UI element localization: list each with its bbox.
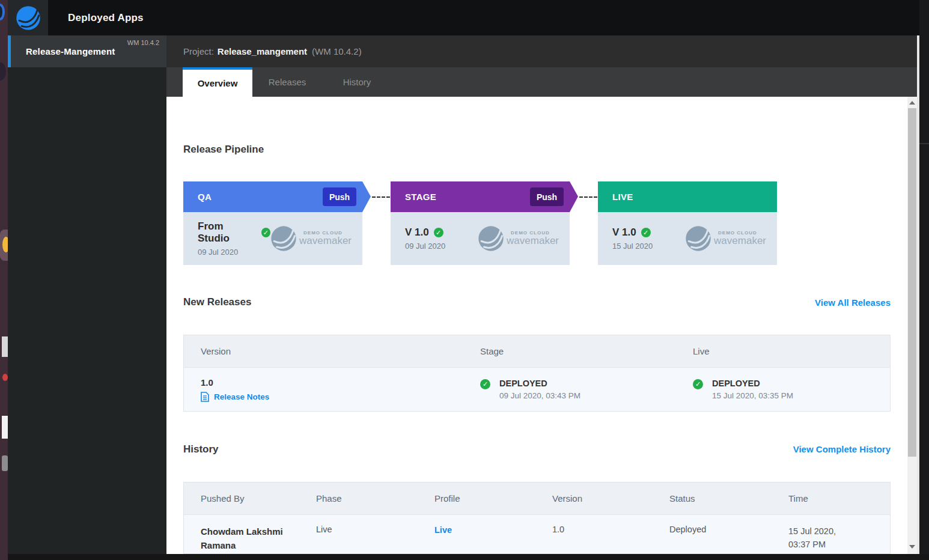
- dock-icon-partial: [2, 336, 8, 357]
- history-profile-link[interactable]: Live: [434, 525, 452, 535]
- stage-name: LIVE: [612, 192, 633, 202]
- pipeline-connector: [372, 196, 390, 198]
- column-header-time: Time: [772, 493, 874, 504]
- live-status: DEPLOYED: [712, 379, 793, 388]
- stage-name: STAGE: [405, 192, 436, 202]
- tab-history[interactable]: History: [322, 67, 392, 97]
- wavemaker-logo-icon: [270, 225, 297, 252]
- push-button-qa[interactable]: Push: [323, 187, 356, 206]
- qa-card-body: From Studio ✓ 09 Jul 2020 DEMO CLOUD: [183, 212, 362, 265]
- screen: Deployed Apps Release-Mangement WM 10.4.…: [0, 0, 929, 560]
- pipeline-connector: [579, 196, 597, 198]
- stage-card-header: STAGE Push: [391, 181, 570, 212]
- project-label: Project:: [183, 46, 214, 56]
- release-pipeline: QA Push From Studio ✓ 09 Jul 2020: [166, 181, 907, 265]
- table-row: 1.0 Release Notes ✓: [184, 367, 890, 411]
- live-deploy-time: 15 Jul 2020, 03:35 PM: [712, 391, 793, 400]
- history-version: 1.0: [535, 525, 653, 534]
- pipeline-arrow-icon: [362, 181, 371, 212]
- pipeline-arrow-icon: [570, 181, 578, 212]
- stage-status: DEPLOYED: [499, 379, 580, 388]
- sidebar-item-project[interactable]: Release-Mangement WM 10.4.2: [8, 35, 166, 67]
- wavemaker-logo-icon: [16, 5, 41, 31]
- new-releases-table: Version Stage Live 1.0 Release Notes: [183, 335, 891, 412]
- tab-overview[interactable]: Overview: [183, 67, 252, 97]
- demo-cloud-brand: DEMO CLOUD wavemaker: [685, 225, 766, 252]
- sidebar-project-version: WM 10.4.2: [127, 39, 159, 46]
- wavemaker-logo[interactable]: [8, 0, 48, 35]
- main-content: Release Pipeline QA Push From Studio ✓ 0…: [166, 97, 907, 554]
- view-complete-history-link[interactable]: View Complete History: [793, 444, 891, 454]
- right-dark-strip: [919, 0, 929, 560]
- column-header-status: Status: [653, 493, 772, 504]
- pipeline-card-live: LIVE V 1.0 ✓ 15 Jul 2020: [598, 181, 777, 265]
- dock-icon-partial: [2, 455, 8, 471]
- page-title: Deployed Apps: [68, 0, 144, 35]
- column-header-version: Version: [535, 493, 653, 504]
- column-header-phase: Phase: [299, 493, 418, 504]
- table-header-row: Pushed By Phase Profile Version Status T…: [184, 482, 890, 514]
- brand-large-label: wavemaker: [714, 235, 766, 247]
- dock-icon-partial: [0, 62, 6, 81]
- brand-large-label: wavemaker: [299, 235, 352, 247]
- project-header: Project: Release_mangement (WM 10.4.2): [166, 35, 919, 67]
- history-pushed-by: Chowdam Lakshmi Ramana: [184, 525, 299, 553]
- stage-deploy-time: 09 Jul 2020, 03:43 PM: [499, 391, 580, 400]
- column-header-profile: Profile: [418, 493, 535, 504]
- dock-icon-partial: [2, 416, 8, 439]
- divider: [919, 143, 929, 144]
- view-all-releases-link[interactable]: View All Releases: [815, 297, 891, 308]
- pipeline-card-qa: QA Push From Studio ✓ 09 Jul 2020: [183, 181, 362, 265]
- scroll-up-arrow[interactable]: [907, 98, 917, 108]
- project-version: (WM 10.4.2): [312, 46, 362, 56]
- tab-bar: Overview Releases History: [166, 67, 919, 97]
- stage-name: QA: [198, 192, 212, 202]
- release-version: 1.0: [201, 377, 463, 388]
- column-header-stage: Stage: [463, 346, 676, 356]
- deploy-date: 15 Jul 2020: [612, 242, 653, 251]
- dock-icon-partial: [0, 4, 5, 20]
- deployed-version: From Studio: [198, 221, 257, 245]
- deploy-date: 09 Jul 2020: [198, 248, 270, 257]
- new-releases-title: New Releases: [183, 296, 251, 308]
- success-check-icon: ✓: [261, 228, 271, 237]
- qa-card-header: QA Push: [183, 181, 362, 212]
- deployed-version: V 1.0: [612, 227, 636, 239]
- history-table: Pushed By Phase Profile Version Status T…: [183, 482, 891, 554]
- history-title: History: [183, 443, 219, 455]
- pipeline-card-stage: STAGE Push V 1.0 ✓ 09 Jul 2020: [391, 181, 570, 265]
- dock-icon-partial: [2, 374, 8, 381]
- wavemaker-logo-icon: [685, 225, 711, 252]
- document-icon: [201, 392, 209, 402]
- top-app-bar: Deployed Apps: [8, 0, 929, 35]
- success-check-icon: ✓: [641, 228, 651, 237]
- sidebar: Release-Mangement WM 10.4.2: [8, 35, 166, 554]
- history-status: Deployed: [653, 525, 772, 534]
- success-check-icon: ✓: [434, 228, 443, 237]
- stage-card-body: V 1.0 ✓ 09 Jul 2020 DEMO CLOUD: [391, 212, 570, 265]
- table-row: Chowdam Lakshmi Ramana Live Live 1.0 Dep…: [184, 514, 890, 554]
- wavemaker-logo-icon: [478, 225, 504, 252]
- column-header-pushed-by: Pushed By: [184, 493, 299, 504]
- history-phase: Live: [299, 525, 418, 534]
- deployed-check-icon: ✓: [480, 379, 490, 389]
- deployed-version: V 1.0: [405, 227, 429, 239]
- scrollbar-thumb[interactable]: [908, 108, 916, 457]
- release-notes-link[interactable]: Release Notes: [201, 392, 463, 402]
- table-header-row: Version Stage Live: [184, 335, 890, 367]
- live-card-header: LIVE: [598, 181, 777, 212]
- sidebar-project-name: Release-Mangement: [26, 46, 115, 56]
- demo-cloud-brand: DEMO CLOUD wavemaker: [270, 225, 352, 252]
- vertical-scrollbar[interactable]: [907, 97, 917, 554]
- release-notes-label: Release Notes: [214, 392, 269, 401]
- project-name: Release_mangement: [218, 46, 307, 56]
- column-header-live: Live: [676, 346, 891, 356]
- deployed-check-icon: ✓: [693, 379, 703, 389]
- tab-releases[interactable]: Releases: [252, 67, 322, 97]
- brand-large-label: wavemaker: [507, 235, 559, 247]
- demo-cloud-brand: DEMO CLOUD wavemaker: [478, 225, 559, 252]
- scroll-down-arrow[interactable]: [907, 542, 917, 552]
- dock-icon-partial: [2, 237, 8, 252]
- push-button-stage[interactable]: Push: [530, 187, 564, 206]
- bottom-bar: [8, 554, 929, 560]
